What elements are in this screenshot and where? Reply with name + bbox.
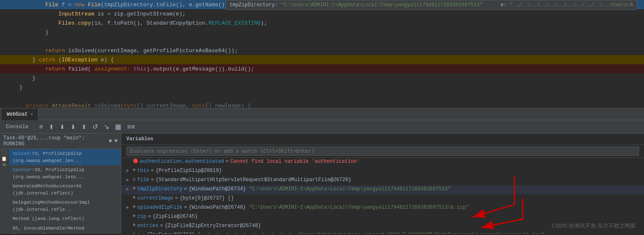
camera-icon[interactable]: 👁 bbox=[2, 162, 7, 168]
toolbar-btn-step-into[interactable]: ⬇ bbox=[57, 122, 67, 132]
frame-item-upload[interactable]: Upload:73, ProfileZipSlip (org.owasp.web… bbox=[9, 149, 121, 165]
close-icon[interactable]: ✕ bbox=[30, 111, 33, 117]
code-line-return: return isSolved(currentImage, getProfile… bbox=[0, 46, 644, 55]
code-line-brace3: } bbox=[0, 83, 644, 92]
field-icon: p bbox=[133, 177, 135, 182]
toolbar-btn-resume[interactable]: ↘ bbox=[101, 121, 112, 132]
line-content: return isSolved(currentImage, getProfile… bbox=[17, 48, 644, 54]
expand-icon bbox=[126, 159, 131, 164]
field-icon: ≡ bbox=[133, 223, 135, 227]
var-value: {ZipFile$ZipEntryIterator@26748} bbox=[165, 223, 261, 229]
var-eq: = bbox=[142, 232, 145, 234]
line-content: } bbox=[17, 75, 644, 81]
var-eq: = bbox=[226, 159, 229, 164]
variables-header: Variables bbox=[121, 134, 644, 145]
expand-icon: ▶ bbox=[126, 186, 131, 192]
toolbar-btn-menu[interactable]: ≡ bbox=[37, 121, 46, 132]
var-eq: = bbox=[151, 168, 154, 174]
var-name: tmpZipDirectory bbox=[137, 186, 182, 192]
code-line-inputstream: InputStream is = zip.getInputStream(e); bbox=[0, 9, 644, 18]
var-item-file[interactable]: ▶ p file = {StandardMultipartHttpServlet… bbox=[121, 176, 644, 185]
toolbar-btn-step-out[interactable]: ⬇ bbox=[68, 122, 78, 132]
frame-status: Task-60'@26,...roup "main": RUNNING bbox=[3, 135, 106, 147]
field-icon: ≡ bbox=[133, 205, 135, 209]
expand-icon bbox=[126, 214, 131, 219]
frame-item-generated[interactable]: GeneratedMethodAccessor66 (jdk.internal.… bbox=[9, 182, 121, 198]
watermark: CSDN @测试开发-东方不败之鸭梨 bbox=[552, 222, 636, 230]
toolbar-btn-step-up[interactable]: ⬆ bbox=[79, 122, 89, 132]
var-eq: = bbox=[148, 214, 151, 220]
code-line-private: private AttackResult isSolved(byte[] cur… bbox=[0, 101, 644, 109]
code-line-brace2: } bbox=[0, 73, 644, 83]
var-item-e[interactable]: ▶ ≡ e = {ZipEntry@26753} "../../../../..… bbox=[121, 231, 644, 234]
var-item-zip[interactable]: ≡ zip = {ZipFile@26745} bbox=[121, 213, 644, 222]
tooltip-tmpzip: tmpZipDirectory: "C:\Users\ADMINI~1\AppD… bbox=[230, 2, 483, 8]
var-name: e bbox=[137, 232, 140, 234]
code-editor: File f = new File(tmpZipDirectory.toFile… bbox=[0, 0, 644, 109]
field-icon: 🔴 bbox=[133, 159, 138, 164]
toolbar-btn-grid[interactable]: ▦ bbox=[112, 121, 124, 132]
download-icon[interactable]: 📋 bbox=[1, 156, 7, 162]
stack-frames-panel: Task-60'@26,...roup "main": RUNNING ▼ ▼ … bbox=[0, 134, 121, 234]
debug-tooltip: tmpZipDirectory: "C:\Users\ADMINI~1\AppD… bbox=[226, 0, 637, 10]
var-item-authentication[interactable]: 🔴 authentication.authenticated = Cannot … bbox=[121, 158, 644, 167]
var-value: {ZipFile@26745} bbox=[153, 214, 198, 220]
var-name: file bbox=[137, 177, 149, 183]
debug-toolbar: Console ≡ ⬆ ⬇ ⬇ ⬆ ↺ ↘ ▦ ≡≡ bbox=[0, 120, 644, 134]
code-line-empty1 bbox=[0, 37, 644, 46]
filter-icon[interactable]: ▼ bbox=[109, 138, 112, 144]
frame-item-invocable[interactable]: 05, InvocableHandlerMethod (org.springfr… bbox=[9, 224, 121, 234]
var-name: entries bbox=[137, 223, 158, 229]
tab-webgoat[interactable]: WebGoat ✕ bbox=[2, 109, 38, 120]
expand-icon bbox=[126, 195, 131, 200]
code-line-brace1: } bbox=[0, 28, 644, 37]
tab-bar: WebGoat ✕ bbox=[0, 109, 644, 120]
variables-panel: Variables 🔴 authentication.authenticated… bbox=[121, 134, 644, 234]
frame-item-handler[interactable]: handler:55, ProfileZipSlip (org.owasp.we… bbox=[9, 165, 121, 182]
var-name: this bbox=[137, 168, 149, 174]
line-content: } bbox=[17, 29, 644, 35]
var-name: uploadedZipFile bbox=[137, 205, 182, 210]
field-icon: ≡ bbox=[133, 168, 135, 172]
var-name: zip bbox=[137, 214, 146, 220]
field-icon: ≡ bbox=[133, 214, 135, 218]
var-value: {StandardMultipartHttpServletRequest$Sta… bbox=[156, 177, 351, 183]
var-value: {byte[0]@26737} [] bbox=[180, 195, 234, 201]
var-eq: = bbox=[175, 195, 178, 201]
line-content: } bbox=[17, 84, 644, 91]
var-eq: = bbox=[151, 177, 154, 183]
code-line-empty2 bbox=[0, 92, 644, 101]
var-item-uploadedzip[interactable]: ▶ ≡ uploadedZipFile = {WindowsPath@26740… bbox=[121, 204, 644, 213]
line-content: } catch (IOException e) { bbox=[17, 57, 644, 63]
expand-icon: ▶ bbox=[126, 168, 131, 173]
tooltip-e: e: "../../../../../../../../../../../Use… bbox=[501, 2, 633, 8]
expand-icon: ▶ bbox=[126, 232, 131, 234]
console-label: Console bbox=[3, 124, 31, 130]
copy-icon[interactable]: ⬛ bbox=[1, 150, 7, 155]
var-item-tmpzip[interactable]: ▶ ≡ tmpZipDirectory = {WindowsPath@26734… bbox=[121, 185, 644, 195]
eval-bar bbox=[121, 145, 644, 158]
field-icon: ≡ bbox=[133, 195, 135, 200]
frame-item-delegating[interactable]: DelegatingMethodAccessorImpl (jdk.intern… bbox=[9, 198, 121, 214]
toolbar-btn-lines[interactable]: ≡≡ bbox=[125, 121, 138, 132]
expand-icon bbox=[126, 223, 131, 228]
var-item-this[interactable]: ▶ ≡ this = {ProfileZipSlip@20819} bbox=[121, 167, 644, 176]
line-content: InputStream is = zip.getInputStream(e); bbox=[17, 11, 644, 17]
tab-label: WebGoat bbox=[7, 111, 28, 117]
var-value: {ZipEntry@26753} "../../../../../../../.… bbox=[146, 232, 544, 234]
field-icon: ≡ bbox=[133, 232, 135, 234]
eval-input[interactable] bbox=[126, 147, 639, 156]
var-eq: = bbox=[184, 205, 187, 210]
filter-toggle[interactable]: ▼ bbox=[115, 138, 118, 144]
var-value: {ProfileZipSlip@20819} bbox=[156, 168, 222, 174]
toolbar-btn-reload[interactable]: ↺ bbox=[90, 121, 100, 132]
var-value: {WindowsPath@26734} "C:\Users\ADMINI~1\A… bbox=[189, 186, 451, 192]
stack-frame-header: Task-60'@26,...roup "main": RUNNING ▼ ▼ bbox=[0, 134, 121, 149]
var-item-currentimage[interactable]: ≡ currentImage = {byte[0]@26737} [] bbox=[121, 195, 644, 204]
frame-item-method[interactable]: Method (java.lang.reflect) bbox=[9, 214, 121, 224]
expand-icon: ▶ bbox=[126, 205, 131, 210]
var-name: authentication.authenticated bbox=[140, 159, 224, 164]
line-content: Files.copy(is, f.toPath(), StandardCopyO… bbox=[17, 20, 644, 26]
toolbar-btn-step-over[interactable]: ⬆ bbox=[46, 122, 56, 132]
line-content: return failed( assignment: this).output(… bbox=[17, 66, 644, 72]
